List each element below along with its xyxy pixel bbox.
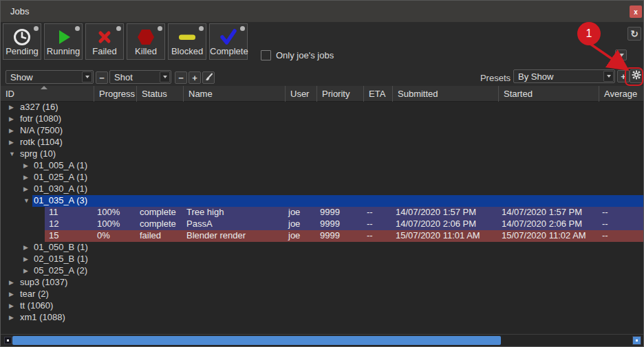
- scroll-left-icon: [7, 339, 9, 342]
- chevron-right-icon[interactable]: ▶: [9, 312, 14, 324]
- tree-group-row-selected[interactable]: ▼01_035_A (3): [1, 195, 643, 207]
- clear-grouping-button[interactable]: [202, 71, 215, 84]
- jobs-window: Jobs x Pending Running Failed: [0, 0, 644, 347]
- column-header-progress[interactable]: Progress: [94, 86, 136, 102]
- group-label: a327 (16): [20, 102, 58, 113]
- presets-label: Presets: [479, 71, 511, 85]
- column-header-submitted[interactable]: Submitted: [392, 86, 498, 102]
- job-name: Tree high: [186, 207, 224, 219]
- column-header-status[interactable]: Status: [136, 86, 183, 102]
- chevron-right-icon[interactable]: ▶: [9, 113, 14, 125]
- group-by-shot-select[interactable]: Shot: [109, 70, 171, 84]
- add-preset-button[interactable]: +: [617, 70, 630, 82]
- only-joes-jobs-label: Only joe's jobs: [276, 50, 334, 60]
- group-label: 01_035_A (3): [34, 195, 87, 207]
- filter-failed-button[interactable]: Failed: [85, 23, 124, 60]
- group-label: 01_050_B (1): [34, 242, 88, 254]
- group-label: sprg (10): [20, 148, 56, 160]
- column-header-id[interactable]: ID: [1, 86, 94, 102]
- job-submitted: 15/07/2020 11:01 AM: [396, 230, 480, 242]
- chevron-down-icon: [82, 71, 92, 82]
- job-eta: --: [367, 207, 373, 219]
- filter-blocked-button[interactable]: Blocked: [168, 23, 206, 60]
- job-id: 11: [49, 207, 58, 219]
- job-row[interactable]: 150%failedBlender renderjoe9999--15/07/2…: [1, 230, 643, 242]
- chevron-down-icon: [603, 71, 614, 82]
- job-row[interactable]: 12100%completePassAjoe9999--14/07/2020 2…: [1, 219, 643, 230]
- tree-group-row[interactable]: ▶01_050_B (1): [1, 242, 643, 254]
- hexagon-stop-icon: [127, 26, 164, 48]
- tree-group-row[interactable]: ▶01_005_A (1): [1, 160, 643, 172]
- job-submitted: 14/07/2020 1:57 PM: [396, 207, 476, 219]
- chevron-right-icon[interactable]: ▶: [9, 277, 14, 289]
- job-user: joe: [288, 230, 300, 242]
- tree-group-row[interactable]: ▶xm1 (1088): [1, 312, 643, 324]
- tree-group-row[interactable]: ▶fotr (1080): [1, 113, 643, 125]
- tree-group-row[interactable]: ▶05_025_A (2): [1, 265, 643, 277]
- job-progress: 0%: [97, 230, 110, 242]
- job-row[interactable]: 11100%completeTree highjoe9999--14/07/20…: [1, 207, 643, 219]
- column-header-average[interactable]: Average: [599, 86, 643, 102]
- column-header-user[interactable]: User: [285, 86, 316, 102]
- column-header-eta[interactable]: ETA: [363, 86, 392, 102]
- scroll-left-button[interactable]: [4, 337, 12, 344]
- column-header-started[interactable]: Started: [498, 86, 599, 102]
- chevron-right-icon[interactable]: ▶: [9, 125, 14, 137]
- remove-group-level-button[interactable]: −: [175, 71, 187, 84]
- chevron-right-icon[interactable]: ▶: [23, 183, 28, 195]
- job-average: --: [602, 207, 608, 219]
- tree-group-row[interactable]: ▶02_015_B (1): [1, 254, 643, 265]
- grouping-toolbar: Show − Shot − + Presets By Show +: [1, 67, 643, 86]
- tree-group-row[interactable]: ▶tear (2): [1, 289, 643, 300]
- job-submitted: 14/07/2020 2:06 PM: [396, 219, 476, 230]
- brush-icon: [204, 72, 213, 83]
- job-status: complete: [140, 207, 176, 219]
- minus-icon: −: [178, 73, 184, 83]
- preset-select[interactable]: By Show: [513, 69, 615, 83]
- chevron-right-icon[interactable]: ▶: [9, 300, 14, 312]
- job-status: complete: [140, 219, 176, 230]
- scroll-right-button[interactable]: [632, 336, 641, 345]
- job-name: PassA: [186, 219, 213, 230]
- remove-group-level-button[interactable]: −: [96, 71, 108, 84]
- chevron-right-icon[interactable]: ▶: [23, 160, 28, 172]
- filter-pending-button[interactable]: Pending: [3, 23, 41, 60]
- horizontal-scrollbar[interactable]: [1, 334, 643, 346]
- column-header-name[interactable]: Name: [183, 86, 285, 102]
- scroll-right-icon: [636, 339, 638, 342]
- filter-killed-button[interactable]: Killed: [127, 23, 165, 60]
- horizontal-scrollbar-thumb[interactable]: [12, 336, 501, 345]
- filter-running-button[interactable]: Running: [44, 23, 83, 60]
- refresh-button[interactable]: ↻: [627, 27, 641, 41]
- tree-group-row[interactable]: ▶sup3 (1037): [1, 277, 643, 289]
- chevron-right-icon[interactable]: ▶: [9, 289, 14, 300]
- chevron-right-icon[interactable]: ▶: [23, 242, 28, 254]
- check-icon: [210, 26, 247, 48]
- chevron-right-icon[interactable]: ▶: [9, 137, 14, 148]
- chevron-right-icon[interactable]: ▶: [23, 265, 28, 277]
- filter-complete-button[interactable]: Complete: [209, 23, 248, 60]
- job-priority: 9999: [320, 230, 340, 242]
- only-joes-jobs-checkbox[interactable]: [261, 50, 271, 60]
- tree-group-row[interactable]: ▶01_030_A (1): [1, 183, 643, 195]
- chevron-down-icon[interactable]: ▼: [9, 148, 15, 160]
- tree-group-row[interactable]: ▶01_025_A (1): [1, 172, 643, 183]
- preset-settings-button[interactable]: [630, 69, 643, 83]
- close-button[interactable]: x: [630, 5, 642, 18]
- chevron-right-icon[interactable]: ▶: [23, 254, 28, 265]
- chevron-down-icon[interactable]: ▼: [23, 195, 30, 207]
- tree-group-row[interactable]: ▶rotk (1104): [1, 137, 643, 148]
- tree-group-row[interactable]: ▶N/A (7500): [1, 125, 643, 137]
- tree-group-row[interactable]: ▶a327 (16): [1, 102, 643, 113]
- tree-group-row[interactable]: ▶tt (1060): [1, 300, 643, 312]
- search-history-dropdown-button[interactable]: [615, 49, 627, 60]
- tree-group-row[interactable]: ▼sprg (10): [1, 148, 643, 160]
- chevron-right-icon[interactable]: ▶: [23, 172, 28, 183]
- group-by-show-select[interactable]: Show: [6, 70, 94, 84]
- chevron-right-icon[interactable]: ▶: [9, 102, 14, 113]
- job-id: 12: [49, 219, 58, 230]
- column-header-priority[interactable]: Priority: [316, 86, 363, 102]
- table-header: IDProgressStatusNameUserPriorityETASubmi…: [1, 86, 643, 102]
- job-name: Blender render: [186, 230, 246, 242]
- add-group-level-button[interactable]: +: [189, 71, 201, 84]
